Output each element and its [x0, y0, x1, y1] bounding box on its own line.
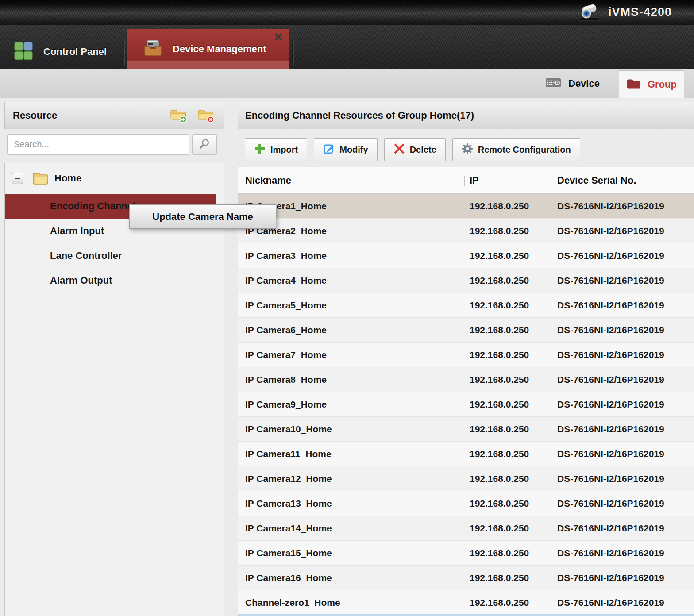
tree-node-home-label: Home — [54, 166, 81, 191]
table-cell-ip: 192.168.0.250 — [470, 417, 529, 441]
table-cell-nickname: IP Camera3_Home — [245, 243, 327, 268]
table-row[interactable]: IP Camera12_Home192.168.0.250DS-7616NI-I… — [238, 466, 694, 491]
tab-device-management[interactable]: Device Management — [127, 29, 289, 69]
tab-control-panel[interactable]: Control Panel — [0, 34, 123, 69]
table-row[interactable]: IP Camera2_Home192.168.0.250DS-7616NI-I2… — [238, 219, 694, 243]
table-cell-serial: DS-7616NI-I2/16P162019 — [557, 219, 694, 243]
view-tabbar: Device Group — [0, 69, 694, 98]
table-cell-serial: DS-7616NI-I2/16P162019 — [557, 318, 694, 342]
table-row[interactable]: IP Camera6_Home192.168.0.250DS-7616NI-I2… — [238, 318, 694, 343]
table-cell-serial: DS-7616NI-I2/16P162019 — [557, 268, 694, 293]
context-menu: Update Camera Name — [129, 204, 276, 229]
tree-item-alarm-output[interactable]: Alarm Output — [5, 268, 216, 293]
search-input[interactable] — [7, 134, 189, 155]
table-row[interactable]: IP Camera10_Home192.168.0.250DS-7616NI-I… — [238, 417, 694, 442]
table-row[interactable]: IP Camera9_Home192.168.0.250DS-7616NI-I2… — [238, 392, 694, 417]
edit-icon — [323, 143, 335, 156]
table-cell-nickname: IP Camera14_Home — [245, 516, 332, 540]
table-cell-serial: DS-7616NI-I2/16P162019 — [557, 566, 694, 590]
remote-configuration-button[interactable]: Remote Configuration — [452, 138, 580, 161]
tree-node-home[interactable]: Home — [5, 166, 224, 191]
table-cell-serial: DS-7616NI-I2/16P162019 — [557, 367, 694, 392]
add-group-button[interactable] — [169, 107, 188, 124]
table-cell-serial: DS-7616NI-I2/16P162019 — [557, 293, 694, 317]
tab-device-label: Device — [568, 78, 600, 89]
close-icon[interactable] — [273, 31, 284, 42]
table-cell-serial: DS-7616NI-I2/16P162019 — [557, 491, 694, 516]
table-cell-serial: DS-7616NI-I2/16P162019 — [557, 417, 694, 441]
table-cell-nickname: IP Camera13_Home — [245, 491, 332, 516]
table-cell-ip: 192.168.0.250 — [470, 491, 529, 516]
table-row[interactable]: IP Camera4_Home192.168.0.250DS-7616NI-I2… — [238, 268, 694, 293]
titlebar: iVMS-4200 — [0, 0, 694, 25]
collapse-icon[interactable] — [12, 173, 23, 184]
tab-group-label: Group — [648, 79, 677, 90]
table-row[interactable]: IP Camera11_Home192.168.0.250DS-7616NI-I… — [238, 442, 694, 466]
table-cell-serial: DS-7616NI-I2/16P162019 — [557, 194, 694, 218]
tab-group[interactable]: Group — [619, 70, 684, 98]
modify-button[interactable]: Modify — [314, 138, 377, 161]
table-cell-ip: 192.168.0.250 — [470, 268, 529, 293]
search-button[interactable] — [192, 134, 217, 155]
control-panel-grid-icon — [13, 41, 34, 63]
table-cell-nickname: IP Camera16_Home — [245, 566, 332, 590]
table-cell-ip: 192.168.0.250 — [470, 466, 529, 491]
delete-button[interactable]: Delete — [384, 138, 446, 161]
column-header-ip[interactable]: IP — [470, 167, 479, 193]
table-cell-ip: 192.168.0.250 — [470, 566, 529, 590]
table-cell-ip: 192.168.0.250 — [470, 194, 529, 218]
x-icon — [393, 143, 405, 156]
gear-icon — [462, 143, 473, 156]
table-cell-ip: 192.168.0.250 — [470, 219, 529, 243]
table-cell-serial: DS-7616NI-I2/16P162019 — [557, 466, 694, 491]
device-icon — [545, 77, 561, 90]
table-row[interactable]: Channel-zero1_Home192.168.0.250DS-7616NI… — [238, 590, 694, 615]
folder-icon — [32, 171, 49, 187]
table-row[interactable]: IP Camera15_Home192.168.0.250DS-7616NI-I… — [238, 541, 694, 566]
import-button[interactable]: Import — [245, 138, 307, 161]
resource-tree: Home Encoding Channel Alarm Input Lane C… — [4, 163, 224, 616]
column-header-serial[interactable]: Device Serial No. — [557, 167, 636, 193]
table-cell-nickname: IP Camera6_Home — [245, 318, 327, 342]
delete-group-button[interactable] — [196, 107, 216, 124]
table-row[interactable]: IP Camera1_Home192.168.0.250DS-7616NI-I2… — [238, 194, 694, 219]
tab-device[interactable]: Device — [545, 69, 616, 98]
column-divider — [553, 176, 553, 186]
column-divider — [464, 176, 465, 186]
group-folder-icon — [626, 78, 640, 91]
content-area: Resource — [0, 98, 694, 616]
column-header-nickname[interactable]: Nickname — [245, 167, 291, 193]
table-cell-ip: 192.168.0.250 — [470, 516, 529, 540]
app-brand: iVMS-4200 — [578, 2, 672, 22]
ivms-window: iVMS-4200 Control Panel — [0, 0, 694, 616]
toolbar: Import Modify Delete — [245, 138, 580, 161]
table-cell-serial: DS-7616NI-I2/16P162019 — [557, 516, 694, 540]
table-row[interactable]: IP Camera7_Home192.168.0.250DS-7616NI-I2… — [238, 343, 694, 367]
table-cell-ip: 192.168.0.250 — [470, 590, 529, 615]
table-row[interactable]: IP Camera14_Home192.168.0.250DS-7616NI-I… — [238, 516, 694, 541]
table-row[interactable]: IP Camera13_Home192.168.0.250DS-7616NI-I… — [238, 491, 694, 516]
table-cell-nickname: IP Camera5_Home — [245, 293, 327, 317]
app-logo-camera-icon — [578, 2, 601, 22]
table-cell-ip: 192.168.0.250 — [470, 541, 529, 565]
tree-item-lane-controller[interactable]: Lane Controller — [5, 243, 216, 268]
channel-table: Nickname IP Device Serial No. IP Camera1… — [238, 167, 694, 616]
main-panel-title: Encoding Channel Resources of Group Home… — [238, 110, 474, 121]
table-row[interactable]: IP Camera8_Home192.168.0.250DS-7616NI-I2… — [238, 367, 694, 392]
menu-item-update-camera-name[interactable]: Update Camera Name — [130, 205, 276, 228]
table-row[interactable]: IP Camera16_Home192.168.0.250DS-7616NI-I… — [238, 566, 694, 590]
tab-control-panel-label: Control Panel — [43, 46, 107, 58]
device-management-drawer-icon — [143, 38, 163, 60]
table-cell-nickname: Channel-zero1_Home — [245, 590, 340, 615]
table-cell-ip: 192.168.0.250 — [470, 367, 529, 392]
table-row[interactable]: IP Camera5_Home192.168.0.250DS-7616NI-I2… — [238, 293, 694, 318]
table-cell-serial: DS-7616NI-I2/16P162019 — [557, 442, 694, 466]
table-row[interactable]: IP Camera3_Home192.168.0.250DS-7616NI-I2… — [238, 243, 694, 268]
table-cell-serial: DS-7616NI-I2/16P162019 — [557, 541, 694, 565]
tab-separator — [292, 39, 294, 66]
table-body: IP Camera1_Home192.168.0.250DS-7616NI-I2… — [238, 194, 694, 615]
table-cell-serial: DS-7616NI-I2/16P162019 — [557, 243, 694, 268]
table-cell-ip: 192.168.0.250 — [470, 318, 529, 342]
search-icon — [199, 138, 210, 151]
main-tabbar: Control Panel Device Management — [0, 25, 694, 69]
